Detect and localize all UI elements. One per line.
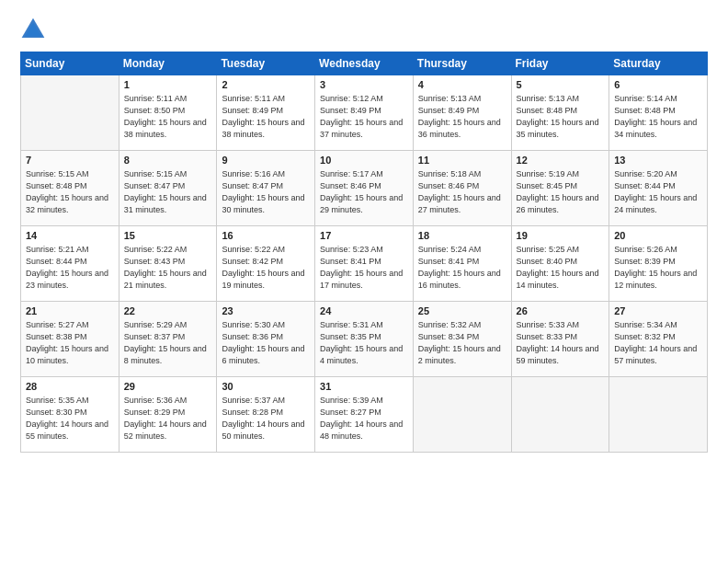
calendar-cell: 30Sunrise: 5:37 AMSunset: 8:28 PMDayligh… <box>217 377 315 453</box>
day-number: 22 <box>124 305 212 316</box>
day-detail: Sunrise: 5:15 AMSunset: 8:48 PMDaylight:… <box>26 168 114 216</box>
day-number: 13 <box>614 155 702 166</box>
day-number: 31 <box>320 381 408 392</box>
day-number: 2 <box>222 79 310 90</box>
day-detail: Sunrise: 5:24 AMSunset: 8:41 PMDaylight:… <box>418 244 506 292</box>
calendar-cell: 3Sunrise: 5:12 AMSunset: 8:49 PMDaylight… <box>315 75 414 151</box>
day-detail: Sunrise: 5:23 AMSunset: 8:41 PMDaylight:… <box>320 244 408 292</box>
day-detail: Sunrise: 5:34 AMSunset: 8:32 PMDaylight:… <box>614 319 702 367</box>
calendar-cell: 31Sunrise: 5:39 AMSunset: 8:27 PMDayligh… <box>315 377 414 453</box>
calendar-cell: 10Sunrise: 5:17 AMSunset: 8:46 PMDayligh… <box>315 151 414 226</box>
day-number: 3 <box>320 79 408 90</box>
day-detail: Sunrise: 5:12 AMSunset: 8:49 PMDaylight:… <box>320 93 408 141</box>
day-number: 20 <box>614 230 702 241</box>
calendar-cell <box>609 377 708 453</box>
calendar-cell: 20Sunrise: 5:26 AMSunset: 8:39 PMDayligh… <box>609 226 708 302</box>
calendar-cell: 12Sunrise: 5:19 AMSunset: 8:45 PMDayligh… <box>511 151 609 226</box>
day-detail: Sunrise: 5:25 AMSunset: 8:40 PMDaylight:… <box>517 244 605 292</box>
day-detail: Sunrise: 5:33 AMSunset: 8:33 PMDaylight:… <box>517 319 605 367</box>
day-number: 28 <box>26 381 114 392</box>
day-number: 27 <box>614 305 702 316</box>
calendar-cell: 14Sunrise: 5:21 AMSunset: 8:44 PMDayligh… <box>21 226 119 302</box>
calendar-cell: 27Sunrise: 5:34 AMSunset: 8:32 PMDayligh… <box>609 302 708 377</box>
day-detail: Sunrise: 5:19 AMSunset: 8:45 PMDaylight:… <box>517 168 605 216</box>
calendar-cell: 26Sunrise: 5:33 AMSunset: 8:33 PMDayligh… <box>511 302 609 377</box>
calendar-cell <box>21 75 119 151</box>
day-number: 8 <box>124 155 212 166</box>
col-header-monday: Monday <box>119 52 217 75</box>
day-number: 19 <box>517 230 605 241</box>
calendar-table: SundayMondayTuesdayWednesdayThursdayFrid… <box>20 52 708 453</box>
day-number: 25 <box>418 305 506 316</box>
day-number: 21 <box>26 305 114 316</box>
day-number: 7 <box>26 155 114 166</box>
page-header <box>20 17 708 42</box>
calendar-cell: 17Sunrise: 5:23 AMSunset: 8:41 PMDayligh… <box>315 226 414 302</box>
day-detail: Sunrise: 5:17 AMSunset: 8:46 PMDaylight:… <box>320 168 408 216</box>
calendar-cell: 16Sunrise: 5:22 AMSunset: 8:42 PMDayligh… <box>217 226 315 302</box>
calendar-cell: 21Sunrise: 5:27 AMSunset: 8:38 PMDayligh… <box>21 302 119 377</box>
calendar-cell: 22Sunrise: 5:29 AMSunset: 8:37 PMDayligh… <box>119 302 217 377</box>
day-number: 26 <box>517 305 605 316</box>
day-number: 6 <box>614 79 702 90</box>
day-detail: Sunrise: 5:29 AMSunset: 8:37 PMDaylight:… <box>124 319 212 367</box>
calendar-cell: 7Sunrise: 5:15 AMSunset: 8:48 PMDaylight… <box>21 151 119 226</box>
day-detail: Sunrise: 5:39 AMSunset: 8:27 PMDaylight:… <box>320 395 408 442</box>
day-detail: Sunrise: 5:14 AMSunset: 8:48 PMDaylight:… <box>614 93 702 141</box>
day-detail: Sunrise: 5:36 AMSunset: 8:29 PMDaylight:… <box>124 395 212 442</box>
day-number: 11 <box>418 155 506 166</box>
day-number: 18 <box>418 230 506 241</box>
calendar-cell: 5Sunrise: 5:13 AMSunset: 8:48 PMDaylight… <box>511 75 609 151</box>
day-detail: Sunrise: 5:26 AMSunset: 8:39 PMDaylight:… <box>614 244 702 292</box>
day-number: 5 <box>517 79 605 90</box>
calendar-cell: 28Sunrise: 5:35 AMSunset: 8:30 PMDayligh… <box>21 377 119 453</box>
day-detail: Sunrise: 5:15 AMSunset: 8:47 PMDaylight:… <box>124 168 212 216</box>
day-detail: Sunrise: 5:27 AMSunset: 8:38 PMDaylight:… <box>26 319 114 367</box>
calendar-cell: 15Sunrise: 5:22 AMSunset: 8:43 PMDayligh… <box>119 226 217 302</box>
day-detail: Sunrise: 5:16 AMSunset: 8:47 PMDaylight:… <box>222 168 310 216</box>
day-detail: Sunrise: 5:20 AMSunset: 8:44 PMDaylight:… <box>614 168 702 216</box>
day-number: 23 <box>222 305 310 316</box>
calendar-cell: 11Sunrise: 5:18 AMSunset: 8:46 PMDayligh… <box>413 151 511 226</box>
calendar-cell: 18Sunrise: 5:24 AMSunset: 8:41 PMDayligh… <box>413 226 511 302</box>
calendar-cell: 24Sunrise: 5:31 AMSunset: 8:35 PMDayligh… <box>315 302 414 377</box>
col-header-saturday: Saturday <box>609 52 708 75</box>
day-number: 4 <box>418 79 506 90</box>
day-detail: Sunrise: 5:13 AMSunset: 8:49 PMDaylight:… <box>418 93 506 141</box>
day-number: 16 <box>222 230 310 241</box>
calendar-cell <box>511 377 609 453</box>
day-number: 15 <box>124 230 212 241</box>
calendar-cell: 23Sunrise: 5:30 AMSunset: 8:36 PMDayligh… <box>217 302 315 377</box>
calendar-cell: 25Sunrise: 5:32 AMSunset: 8:34 PMDayligh… <box>413 302 511 377</box>
day-detail: Sunrise: 5:21 AMSunset: 8:44 PMDaylight:… <box>26 244 114 292</box>
calendar-cell: 9Sunrise: 5:16 AMSunset: 8:47 PMDaylight… <box>217 151 315 226</box>
day-detail: Sunrise: 5:13 AMSunset: 8:48 PMDaylight:… <box>517 93 605 141</box>
logo <box>20 17 51 42</box>
day-detail: Sunrise: 5:35 AMSunset: 8:30 PMDaylight:… <box>26 395 114 442</box>
day-number: 1 <box>124 79 212 90</box>
day-detail: Sunrise: 5:18 AMSunset: 8:46 PMDaylight:… <box>418 168 506 216</box>
calendar-cell: 8Sunrise: 5:15 AMSunset: 8:47 PMDaylight… <box>119 151 217 226</box>
day-number: 12 <box>517 155 605 166</box>
day-number: 29 <box>124 381 212 392</box>
day-detail: Sunrise: 5:11 AMSunset: 8:49 PMDaylight:… <box>222 93 310 141</box>
calendar-cell: 13Sunrise: 5:20 AMSunset: 8:44 PMDayligh… <box>609 151 708 226</box>
calendar-cell <box>413 377 511 453</box>
col-header-wednesday: Wednesday <box>315 52 414 75</box>
day-detail: Sunrise: 5:31 AMSunset: 8:35 PMDaylight:… <box>320 319 408 367</box>
col-header-thursday: Thursday <box>413 52 511 75</box>
day-number: 10 <box>320 155 408 166</box>
logo-icon <box>20 17 46 42</box>
day-detail: Sunrise: 5:30 AMSunset: 8:36 PMDaylight:… <box>222 319 310 367</box>
day-number: 24 <box>320 305 408 316</box>
calendar-cell: 6Sunrise: 5:14 AMSunset: 8:48 PMDaylight… <box>609 75 708 151</box>
calendar-cell: 1Sunrise: 5:11 AMSunset: 8:50 PMDaylight… <box>119 75 217 151</box>
day-number: 30 <box>222 381 310 392</box>
calendar-cell: 4Sunrise: 5:13 AMSunset: 8:49 PMDaylight… <box>413 75 511 151</box>
day-detail: Sunrise: 5:32 AMSunset: 8:34 PMDaylight:… <box>418 319 506 367</box>
calendar-cell: 29Sunrise: 5:36 AMSunset: 8:29 PMDayligh… <box>119 377 217 453</box>
col-header-friday: Friday <box>511 52 609 75</box>
calendar-cell: 2Sunrise: 5:11 AMSunset: 8:49 PMDaylight… <box>217 75 315 151</box>
day-detail: Sunrise: 5:11 AMSunset: 8:50 PMDaylight:… <box>124 93 212 141</box>
col-header-sunday: Sunday <box>21 52 119 75</box>
